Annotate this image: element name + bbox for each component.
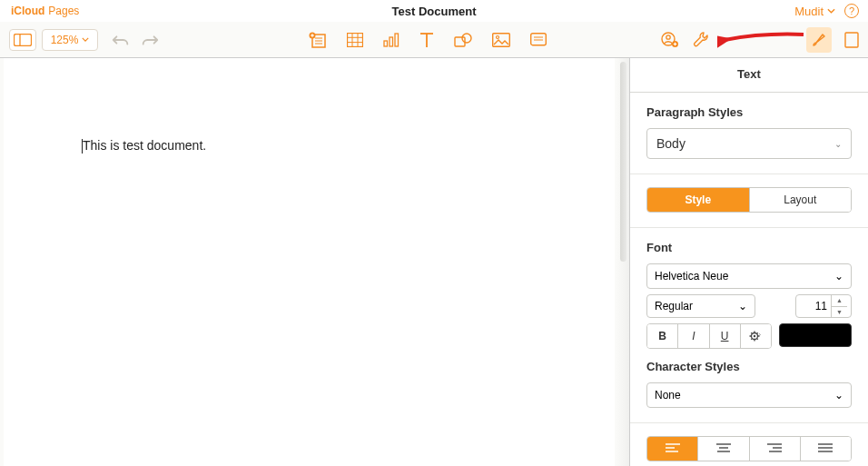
shape-button[interactable] <box>454 33 472 47</box>
zoom-value: 125% <box>51 34 79 46</box>
document-text[interactable]: This is test document. <box>82 138 206 154</box>
align-left-icon <box>666 443 680 454</box>
svg-point-20 <box>462 34 471 43</box>
help-button[interactable]: ? <box>844 4 859 18</box>
table-button[interactable] <box>347 33 363 47</box>
user-name: Mudit <box>794 5 824 18</box>
toolbar: 125% <box>0 22 868 58</box>
underline-button[interactable]: U <box>709 324 740 348</box>
svg-rect-23 <box>531 33 547 45</box>
text-format-section: Style Layout <box>630 174 868 228</box>
paragraph-style-select[interactable]: Body ⌄ <box>646 128 852 159</box>
chevron-down-icon: ⌄ <box>834 389 843 402</box>
workspace: This is test document. Text Paragraph St… <box>0 58 868 466</box>
font-family-select[interactable]: Helvetica Neue ⌄ <box>646 263 852 289</box>
svg-rect-9 <box>348 33 363 46</box>
text-settings-button[interactable] <box>740 324 771 348</box>
chart-icon <box>383 33 399 47</box>
svg-line-39 <box>757 339 758 340</box>
step-down-icon[interactable]: ▼ <box>832 306 847 317</box>
character-style-value: None <box>655 389 681 402</box>
align-right-button[interactable] <box>749 437 800 461</box>
gear-icon <box>749 330 762 342</box>
text-button[interactable] <box>419 32 434 48</box>
chevron-down-icon <box>827 8 835 14</box>
font-section: Font Helvetica Neue ⌄ Regular ⌄ ▲▼ B <box>630 228 868 423</box>
format-button[interactable] <box>806 27 832 53</box>
sidebar-icon <box>14 34 32 46</box>
align-center-icon <box>716 443 731 454</box>
alignment-segment <box>646 436 852 461</box>
paragraph-styles-section: Paragraph Styles Body ⌄ <box>630 93 868 174</box>
document-button[interactable] <box>844 32 859 48</box>
text-icon <box>419 32 434 48</box>
align-justify-icon <box>818 443 833 454</box>
wrench-icon <box>692 31 710 49</box>
collaborate-button[interactable] <box>661 32 679 48</box>
svg-rect-0 <box>15 34 32 45</box>
italic-glyph: I <box>692 330 695 342</box>
svg-point-27 <box>666 35 670 38</box>
font-family-value: Helvetica Neue <box>655 270 728 283</box>
italic-button[interactable]: I <box>677 324 708 348</box>
shape-icon <box>454 33 472 47</box>
paragraph-styles-label: Paragraph Styles <box>646 105 852 119</box>
chart-button[interactable] <box>383 33 399 47</box>
insert-tools <box>309 32 547 48</box>
font-weight-value: Regular <box>655 300 693 312</box>
zoom-select[interactable]: 125% <box>42 29 98 51</box>
document-body-text: This is test document. <box>83 138 206 153</box>
alignment-section <box>630 423 868 466</box>
canvas[interactable]: This is test document. <box>0 58 630 466</box>
tools-button[interactable] <box>692 31 710 49</box>
comment-icon <box>530 33 547 47</box>
font-size-stepper[interactable]: ▲▼ <box>795 294 852 318</box>
font-label: Font <box>646 241 852 254</box>
chevron-down-icon: ⌄ <box>834 270 843 283</box>
align-center-button[interactable] <box>697 437 748 461</box>
step-up-icon[interactable]: ▲ <box>832 295 847 306</box>
undo-redo-group <box>111 32 160 48</box>
align-left-button[interactable] <box>647 437 697 461</box>
svg-rect-16 <box>395 34 399 46</box>
table-icon <box>347 33 363 47</box>
align-right-icon <box>767 443 782 454</box>
align-justify-button[interactable] <box>800 437 851 461</box>
seg-style[interactable]: Style <box>647 188 749 212</box>
svg-rect-31 <box>845 33 858 47</box>
svg-line-40 <box>757 332 758 333</box>
text-color-well[interactable] <box>779 323 852 347</box>
comment-button[interactable] <box>530 33 547 47</box>
font-weight-select[interactable]: Regular ⌄ <box>646 294 755 318</box>
svg-point-33 <box>754 335 755 337</box>
person-plus-icon <box>661 32 679 48</box>
bold-button[interactable]: B <box>647 324 677 348</box>
svg-rect-15 <box>390 37 393 46</box>
user-menu[interactable]: Mudit <box>794 5 835 18</box>
character-style-select[interactable]: None ⌄ <box>646 382 852 408</box>
document-title: Test Document <box>0 5 868 18</box>
view-button[interactable] <box>9 29 36 51</box>
inspector-tab-text[interactable]: Text <box>630 58 868 93</box>
insert-page-button[interactable] <box>309 32 327 48</box>
image-icon <box>492 33 510 47</box>
undo-icon[interactable] <box>111 32 131 48</box>
document-icon <box>844 32 859 48</box>
chevron-down-icon: ⌄ <box>738 300 747 312</box>
media-button[interactable] <box>492 33 510 47</box>
page-plus-icon <box>309 32 327 48</box>
svg-point-22 <box>497 35 499 38</box>
chevron-down-icon: ⌄ <box>834 139 842 149</box>
paragraph-style-value: Body <box>656 136 686 151</box>
font-size-input[interactable] <box>796 300 831 312</box>
chevron-down-icon <box>82 37 89 42</box>
vertical-scrollbar[interactable] <box>620 62 626 262</box>
redo-icon[interactable] <box>140 32 160 48</box>
right-tools <box>661 27 859 53</box>
brush-icon <box>810 31 828 49</box>
seg-layout[interactable]: Layout <box>749 188 852 212</box>
svg-rect-14 <box>384 41 388 46</box>
svg-line-38 <box>752 332 753 333</box>
svg-line-41 <box>752 339 753 340</box>
page: This is test document. <box>4 58 615 466</box>
